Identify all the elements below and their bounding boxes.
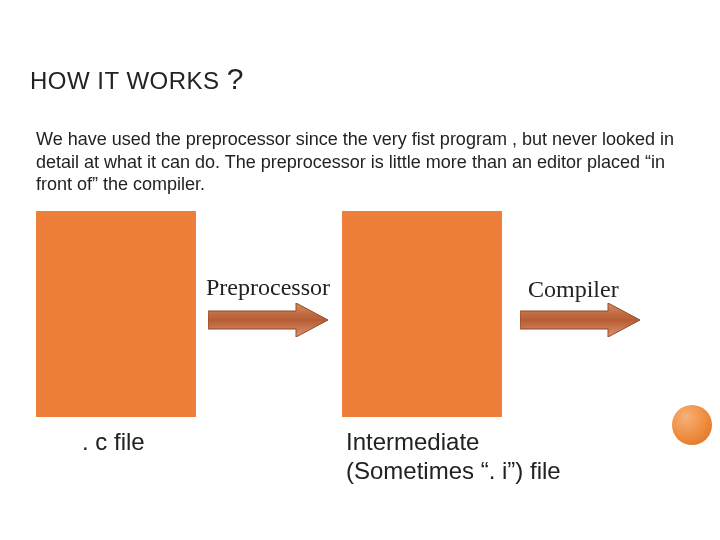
decorative-dot-icon — [672, 405, 712, 445]
stage-box-intermediate — [342, 211, 502, 417]
title-text: HOW IT WORKS — [30, 67, 227, 94]
caption-c-file: . c file — [82, 428, 145, 457]
stage-box-c-file — [36, 211, 196, 417]
svg-marker-0 — [208, 303, 328, 337]
caption-intermediate: Intermediate (Sometimes “. i”) file — [346, 428, 606, 486]
label-compiler: Compiler — [528, 276, 619, 304]
arrow-compiler-icon — [520, 303, 640, 337]
label-preprocessor: Preprocessor — [206, 274, 346, 302]
arrow-preprocessor-icon — [208, 303, 328, 337]
slide-body-text: We have used the preprocessor since the … — [36, 128, 684, 196]
slide: HOW IT WORKS ? We have used the preproce… — [0, 0, 720, 540]
svg-marker-1 — [520, 303, 640, 337]
slide-title: HOW IT WORKS ? — [30, 62, 244, 96]
title-question-mark: ? — [227, 62, 244, 95]
